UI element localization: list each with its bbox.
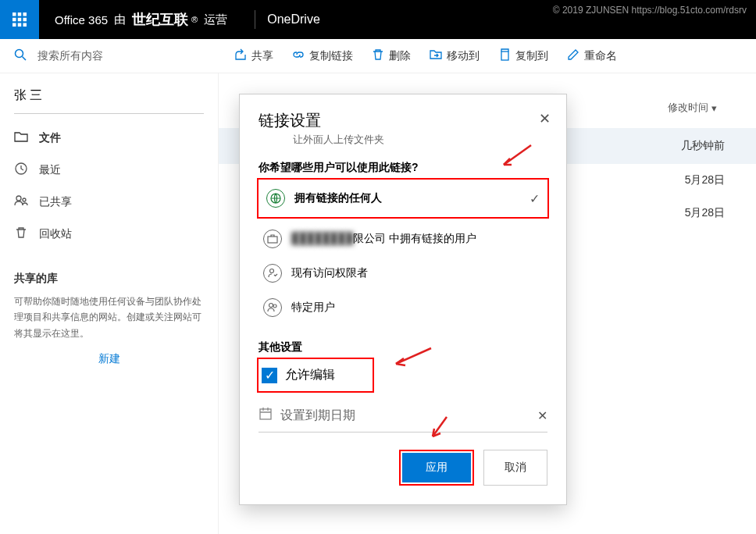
apply-button[interactable]: 应用 (402, 453, 471, 482)
pencil-icon (567, 48, 579, 63)
allow-edit-checkbox[interactable]: ✓ 允许编辑 (262, 361, 369, 390)
create-new-link[interactable]: 新建 (0, 341, 218, 377)
clear-date-icon[interactable]: ✕ (537, 408, 547, 423)
chevron-down-icon: ▾ (711, 102, 717, 114)
close-button[interactable]: ✕ (539, 110, 551, 127)
svg-rect-6 (12, 23, 16, 27)
search-box[interactable]: 搜索所有内容 (0, 48, 219, 64)
brand: Office 365 由 世纪互联 ® 运营 (39, 10, 243, 29)
link-settings-dialog: ✕ 链接设置 让外面人上传文件夹 你希望哪些用户可以使用此链接? 拥有链接的任何… (239, 94, 567, 505)
brand-prefix: Office 365 (55, 13, 108, 27)
svg-point-9 (16, 49, 23, 57)
clock-icon (14, 162, 28, 178)
expiry-date-input[interactable]: 设置到期日期 ✕ (259, 399, 547, 433)
trash-icon (372, 48, 384, 63)
column-modified[interactable]: 修改时间 ▾ (668, 101, 717, 115)
rename-button[interactable]: 重命名 (567, 48, 617, 63)
copy-to-button[interactable]: 复制到 (498, 48, 548, 63)
move-icon (430, 48, 442, 63)
shared-libraries-desc: 可帮助你随时随地使用任何设备与团队协作处理项目和共享信息的网站。创建或关注网站可… (0, 294, 218, 341)
dialog-subtitle: 让外面人上传文件夹 (259, 133, 547, 147)
svg-rect-16 (268, 237, 277, 243)
svg-rect-1 (18, 12, 22, 16)
share-icon (234, 48, 247, 63)
svg-rect-5 (23, 18, 27, 22)
link-icon (292, 48, 305, 63)
app-name[interactable]: OneDrive (267, 12, 320, 27)
dialog-title: 链接设置 (259, 110, 547, 131)
brand-suffix: 运营 (204, 12, 227, 27)
svg-rect-20 (260, 409, 271, 419)
option-organization[interactable]: ████████限公司 中拥有链接的用户 (259, 222, 547, 256)
option-anyone[interactable]: 拥有链接的任何人 ✓ (262, 181, 544, 215)
option-existing-access[interactable]: 现有访问权限者 (259, 256, 547, 290)
nav-recycle[interactable]: 回收站 (0, 218, 218, 250)
other-settings-label: 其他设置 (259, 340, 547, 354)
modified-cell: 5月28日 (685, 206, 725, 220)
person-check-icon (263, 264, 282, 283)
search-icon (14, 48, 27, 64)
search-placeholder: 搜索所有内容 (37, 49, 103, 63)
svg-rect-3 (12, 18, 16, 22)
svg-rect-7 (18, 23, 22, 27)
nav-recent[interactable]: 最近 (0, 154, 218, 186)
svg-point-13 (16, 196, 21, 201)
sidebar: 张 三 文件 最近 已共享 回收站 共享的库 可帮助你随时随地使用任何设备与团队… (0, 73, 219, 534)
svg-rect-0 (12, 12, 16, 16)
nav-files[interactable]: 文件 (0, 122, 218, 154)
brand-by: 由 (114, 12, 126, 27)
copy-icon (498, 48, 511, 63)
brand-operator: 世纪互联 (132, 10, 188, 29)
checkbox-checked-icon: ✓ (262, 368, 277, 383)
svg-rect-4 (18, 18, 22, 22)
svg-rect-11 (501, 52, 508, 60)
user-name: 张 三 (14, 87, 204, 114)
people-icon (14, 194, 28, 210)
watermark: © 2019 ZJUNSEN https://blog.51cto.com/rd… (553, 5, 747, 16)
calendar-icon (259, 407, 273, 424)
svg-point-14 (23, 198, 26, 201)
copy-link-button[interactable]: 复制链接 (292, 48, 353, 63)
people-plus-icon (263, 298, 282, 317)
delete-button[interactable]: 删除 (372, 48, 411, 63)
svg-point-17 (270, 269, 274, 273)
app-launcher[interactable] (0, 0, 39, 39)
modified-cell: 几秒钟前 (681, 139, 725, 153)
cancel-button[interactable]: 取消 (483, 450, 547, 486)
move-to-button[interactable]: 移动到 (430, 48, 480, 63)
svg-point-19 (273, 304, 276, 308)
check-icon: ✓ (530, 191, 540, 206)
globe-icon (266, 189, 285, 208)
waffle-icon (12, 12, 27, 27)
recycle-icon (14, 226, 28, 242)
dialog-question: 你希望哪些用户可以使用此链接? (259, 161, 547, 175)
option-specific-users[interactable]: 特定用户 (259, 290, 547, 325)
folder-icon (14, 130, 28, 146)
svg-line-10 (23, 56, 27, 60)
nav-shared[interactable]: 已共享 (0, 186, 218, 218)
divider (255, 10, 255, 29)
briefcase-icon (263, 230, 282, 248)
shared-libraries-label: 共享的库 (0, 250, 218, 294)
share-button[interactable]: 共享 (234, 48, 273, 63)
svg-rect-8 (23, 23, 27, 27)
toolbar: 搜索所有内容 共享 复制链接 删除 移动到 复制到 重命名 (0, 39, 756, 73)
svg-point-18 (269, 304, 273, 308)
svg-rect-2 (23, 12, 27, 16)
modified-cell: 5月28日 (685, 173, 725, 187)
